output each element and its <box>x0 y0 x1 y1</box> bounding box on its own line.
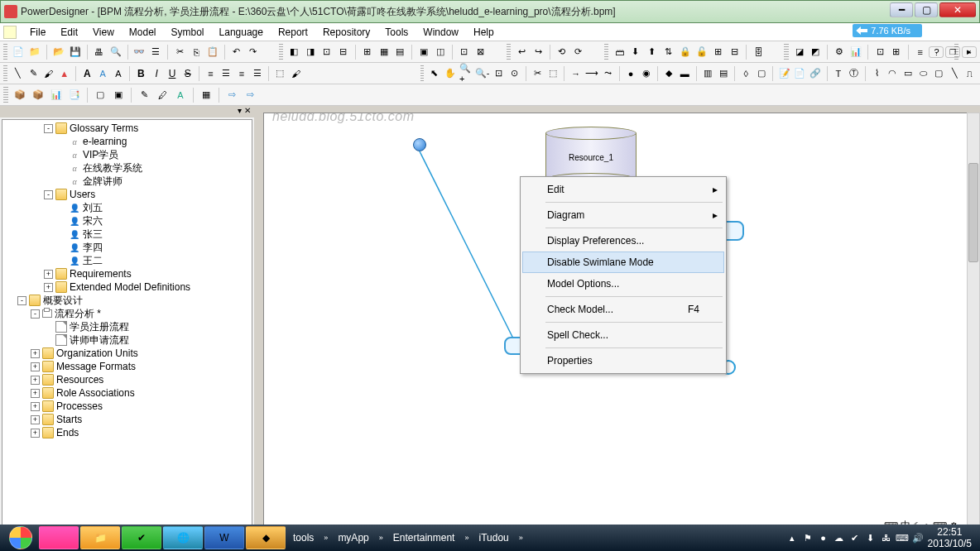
toolbar-handle[interactable] <box>507 44 511 60</box>
strike-icon[interactable]: S <box>180 65 195 82</box>
toolbar-handle[interactable] <box>420 65 425 82</box>
menu-tools[interactable]: Tools <box>378 25 415 40</box>
toolbar-handle[interactable] <box>3 87 8 103</box>
tool-icon[interactable]: 🖊 <box>154 87 171 103</box>
tree-toggle[interactable]: + <box>31 376 40 385</box>
tray-up-icon[interactable]: ▴ <box>786 532 798 544</box>
polyline-icon[interactable]: ⌇ <box>870 65 884 82</box>
minimize-button[interactable]: ━ <box>890 2 913 17</box>
project-icon[interactable]: 📁 <box>27 44 42 60</box>
tool-icon[interactable]: ◧ <box>286 44 301 60</box>
toolbar-handle[interactable] <box>784 44 788 60</box>
menu-file[interactable]: File <box>23 25 52 40</box>
tool-icon[interactable]: ⊟ <box>336 44 351 60</box>
taskbar-app[interactable] <box>39 526 79 549</box>
toolbar-handle[interactable] <box>604 44 608 60</box>
start-icon[interactable]: ● <box>624 65 638 82</box>
chevron-icon[interactable]: » <box>379 534 383 542</box>
repo-icon[interactable]: 🔒 <box>678 44 693 60</box>
tool-icon[interactable]: ⊡ <box>457 44 472 60</box>
tool-icon[interactable]: ▢ <box>92 87 108 103</box>
italic-icon[interactable]: I <box>150 65 164 82</box>
tool-icon[interactable]: ⊞ <box>889 44 904 60</box>
tool-icon[interactable]: ✎ <box>136 87 152 103</box>
redo-icon[interactable]: ↷ <box>246 44 261 60</box>
format-icon[interactable]: ⬚ <box>273 65 287 82</box>
tree-row[interactable]: -概要设计 <box>4 294 250 307</box>
bold-icon[interactable]: B <box>134 65 148 82</box>
tree-row[interactable]: -Glossary Terms <box>4 122 250 135</box>
tree-toggle[interactable]: + <box>31 415 40 424</box>
underline-icon[interactable]: U <box>166 65 180 82</box>
tool-icon[interactable]: 📦 <box>30 87 46 103</box>
tree-row[interactable]: 学员注册流程 <box>4 320 250 333</box>
tree-row[interactable]: 👤王二 <box>4 254 250 267</box>
menu-help[interactable]: Help <box>467 25 501 40</box>
tree-row[interactable]: -流程分析 * <box>4 307 250 320</box>
taskbar-clock[interactable]: 22:51 2013/10/5 <box>928 526 972 550</box>
cut-icon[interactable]: ✂ <box>531 65 545 82</box>
find-icon[interactable]: 👓 <box>132 44 147 60</box>
menu-view[interactable]: View <box>86 25 121 40</box>
new-icon[interactable]: 📄 <box>11 44 26 60</box>
open-icon[interactable]: 📂 <box>51 44 66 60</box>
taskbar-app-powerdesigner[interactable]: ◆ <box>246 526 286 549</box>
select-icon[interactable]: ⬚ <box>546 65 560 82</box>
menu-repository[interactable]: Repository <box>316 25 377 40</box>
tree-row[interactable]: +Extended Model Definitions <box>4 280 250 294</box>
ctx-diagram[interactable]: Diagram▸ <box>522 204 724 226</box>
tree-row[interactable]: +Starts <box>4 413 250 426</box>
ellipse-icon[interactable]: ⬭ <box>916 65 930 82</box>
properties-icon[interactable]: ☰ <box>148 44 163 60</box>
ctx-model-options[interactable]: Model Options... <box>522 273 724 295</box>
font-color-icon[interactable]: A <box>96 65 110 82</box>
tree-toggle[interactable]: - <box>31 309 40 319</box>
chevron-icon[interactable]: » <box>464 534 468 542</box>
swimlane-icon[interactable]: ▥ <box>700 65 714 82</box>
menu-window[interactable]: Window <box>416 25 465 40</box>
ctx-properties[interactable]: Properties <box>522 350 724 371</box>
shape-icon[interactable]: ▢ <box>755 65 769 82</box>
format-painter-icon[interactable]: 🖌 <box>289 65 303 82</box>
db-icon[interactable]: 🗄 <box>751 44 766 60</box>
start-node[interactable] <box>413 138 426 151</box>
maximize-button[interactable]: ▢ <box>915 2 938 17</box>
rrect-icon[interactable]: ▢ <box>932 65 946 82</box>
ctx-spell-check[interactable]: Spell Check... <box>522 324 724 346</box>
tree-row[interactable]: 讲师申请流程 <box>4 333 250 347</box>
tool-icon[interactable]: ↪ <box>531 44 545 60</box>
taskbar-link[interactable]: myApp <box>331 532 375 544</box>
repo-icon[interactable]: 🗃 <box>612 44 627 60</box>
tool-icon[interactable]: ◪ <box>792 44 807 60</box>
tree-row[interactable]: 👤李四 <box>4 241 250 254</box>
tree-toggle[interactable]: + <box>31 429 40 438</box>
tool-icon[interactable]: ⟳ <box>571 44 586 60</box>
tree-toggle[interactable]: - <box>44 190 53 199</box>
paste-icon[interactable]: 📋 <box>205 44 220 60</box>
toolbar-handle[interactable] <box>279 44 283 60</box>
font-size-icon[interactable]: A <box>111 65 125 82</box>
tree-toggle[interactable]: + <box>31 362 40 371</box>
tree-row[interactable]: +Ends <box>4 426 250 439</box>
tree-row[interactable]: αe-learning <box>4 135 250 148</box>
tool-icon[interactable]: ⟲ <box>555 44 569 60</box>
taskbar-link[interactable]: iTudou <box>472 532 515 544</box>
pointer-icon[interactable]: ⬉ <box>427 65 441 82</box>
tool-icon[interactable]: ▤ <box>392 44 407 60</box>
tray-icon[interactable]: ☁ <box>833 532 845 544</box>
align-justify-icon[interactable]: ☰ <box>250 65 264 82</box>
tool-icon[interactable]: ⚙ <box>832 44 847 60</box>
tool-icon[interactable]: ↩ <box>514 44 529 60</box>
tree-row[interactable]: +Organization Units <box>4 347 250 360</box>
tray-icon[interactable]: ⬇ <box>865 532 877 544</box>
tree-row[interactable]: +Message Formats <box>4 360 250 373</box>
taskbar-app[interactable]: 🌐 <box>163 526 203 549</box>
tray-icon[interactable]: ⚑ <box>802 532 814 544</box>
line-icon[interactable]: ╲ <box>948 65 962 82</box>
tool-icon[interactable]: ⇨ <box>223 87 240 103</box>
rect-icon[interactable]: ▭ <box>901 65 915 82</box>
tree-toggle[interactable]: + <box>44 283 53 292</box>
file-icon[interactable]: 📄 <box>793 65 807 82</box>
decision-icon[interactable]: ◆ <box>662 65 676 82</box>
fill-icon[interactable]: ▲ <box>57 65 71 82</box>
